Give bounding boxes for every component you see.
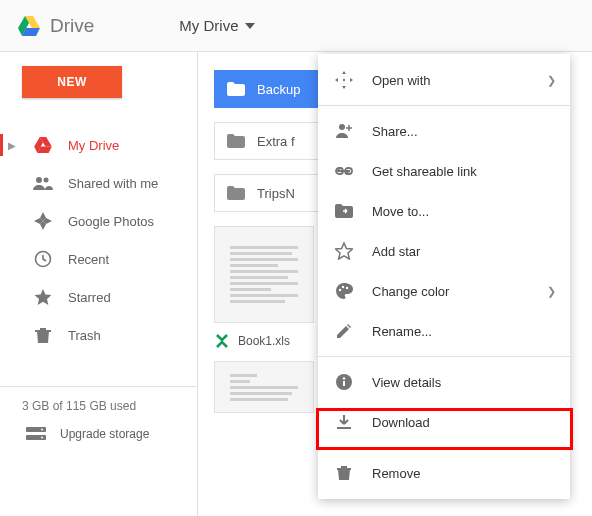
pencil-icon <box>334 323 354 339</box>
sidebar-item-label: My Drive <box>68 138 119 153</box>
folder-icon <box>227 186 245 200</box>
star-icon <box>32 288 54 306</box>
svg-marker-10 <box>35 289 52 305</box>
ctx-label: Move to... <box>372 204 429 219</box>
thumbnail-preview <box>215 227 313 322</box>
sidebar-item-label: Google Photos <box>68 214 154 229</box>
folder-move-icon <box>334 204 354 218</box>
sidebar-item-my-drive[interactable]: ▶ My Drive <box>0 126 197 164</box>
svg-point-21 <box>339 289 341 291</box>
sidebar-item-shared[interactable]: Shared with me <box>0 164 197 202</box>
ctx-remove[interactable]: Remove <box>318 453 570 493</box>
svg-marker-20 <box>336 243 353 259</box>
ctx-label: Download <box>372 415 430 430</box>
chevron-right-icon: ❯ <box>547 285 556 298</box>
sidebar-item-trash[interactable]: Trash <box>0 316 197 354</box>
ctx-label: Open with <box>372 73 431 88</box>
link-icon <box>334 166 354 176</box>
info-icon <box>334 373 354 391</box>
sidebar-item-recent[interactable]: Recent <box>0 240 197 278</box>
svg-point-22 <box>342 286 344 288</box>
folder-icon <box>227 82 245 96</box>
sidebar-nav: ▶ My Drive Shared with me Google Photos … <box>0 126 197 354</box>
upgrade-label: Upgrade storage <box>60 427 149 441</box>
ctx-label: Change color <box>372 284 449 299</box>
people-icon <box>32 176 54 190</box>
move-arrows-icon <box>334 71 354 89</box>
file-thumbnail[interactable] <box>214 226 314 323</box>
clock-icon <box>32 250 54 268</box>
drive-icon <box>32 137 54 153</box>
sidebar-item-label: Shared with me <box>68 176 158 191</box>
ctx-label: View details <box>372 375 441 390</box>
ctx-label: Rename... <box>372 324 432 339</box>
header: Drive My Drive <box>0 0 592 52</box>
folder-label: Backup <box>257 82 300 97</box>
drive-logo-icon <box>18 16 40 36</box>
upgrade-storage[interactable]: Upgrade storage <box>22 427 175 441</box>
svg-point-15 <box>41 437 43 439</box>
storage-info: 3 GB of 115 GB used Upgrade storage <box>0 386 197 441</box>
sidebar-item-label: Starred <box>68 290 111 305</box>
person-add-icon <box>334 123 354 139</box>
sidebar-item-label: Recent <box>68 252 109 267</box>
svg-marker-3 <box>245 23 255 29</box>
ctx-move-to[interactable]: Move to... <box>318 191 570 231</box>
ctx-rename[interactable]: Rename... <box>318 311 570 351</box>
storage-icon <box>26 427 46 441</box>
ctx-add-star[interactable]: Add star <box>318 231 570 271</box>
ctx-change-color[interactable]: Change color ❯ <box>318 271 570 311</box>
file-label: Book1.xls <box>238 334 290 348</box>
ctx-open-with[interactable]: Open with ❯ <box>318 60 570 100</box>
ctx-label: Share... <box>372 124 418 139</box>
palette-icon <box>334 282 354 300</box>
sidebar-item-starred[interactable]: Starred <box>0 278 197 316</box>
main-content: Backup Blog Extra f TripsN Book1.xls <box>198 52 592 516</box>
new-button[interactable]: NEW <box>22 66 122 98</box>
chevron-right-icon: ❯ <box>547 74 556 87</box>
thumbnail-preview <box>215 362 313 412</box>
app-logo: Drive <box>18 15 94 37</box>
ctx-download[interactable]: Download <box>318 402 570 442</box>
svg-point-26 <box>343 377 345 379</box>
ctx-label: Add star <box>372 244 420 259</box>
trash-icon <box>334 465 354 481</box>
sidebar: NEW ▶ My Drive Shared with me Google Pho… <box>0 52 198 516</box>
star-icon <box>334 242 354 260</box>
svg-rect-25 <box>343 381 345 386</box>
ctx-get-link[interactable]: Get shareable link <box>318 151 570 191</box>
svg-point-16 <box>339 124 345 130</box>
ctx-view-details[interactable]: View details <box>318 362 570 402</box>
folder-icon <box>227 134 245 148</box>
breadcrumb-label: My Drive <box>179 17 238 34</box>
svg-point-7 <box>36 177 42 183</box>
app-name: Drive <box>50 15 94 37</box>
dropdown-caret-icon <box>245 23 255 29</box>
svg-rect-27 <box>337 427 351 429</box>
expand-caret-icon: ▶ <box>6 140 18 151</box>
sidebar-item-photos[interactable]: Google Photos <box>0 202 197 240</box>
sidebar-item-label: Trash <box>68 328 101 343</box>
svg-point-14 <box>41 429 43 431</box>
storage-text: 3 GB of 115 GB used <box>22 399 175 413</box>
context-menu: Open with ❯ Share... Get shareable link … <box>318 54 570 499</box>
svg-point-8 <box>44 178 49 183</box>
svg-rect-28 <box>337 468 351 470</box>
breadcrumb[interactable]: My Drive <box>179 17 254 34</box>
folder-label: TripsN <box>257 186 295 201</box>
ctx-label: Get shareable link <box>372 164 477 179</box>
trash-icon <box>32 326 54 344</box>
ctx-label: Remove <box>372 466 420 481</box>
folder-label: Extra f <box>257 134 295 149</box>
file-thumbnail-2[interactable] <box>214 361 314 413</box>
download-icon <box>334 414 354 430</box>
svg-point-23 <box>346 287 348 289</box>
ctx-share[interactable]: Share... <box>318 111 570 151</box>
sheets-icon <box>214 333 230 349</box>
svg-rect-11 <box>35 330 51 332</box>
photos-icon <box>32 212 54 230</box>
